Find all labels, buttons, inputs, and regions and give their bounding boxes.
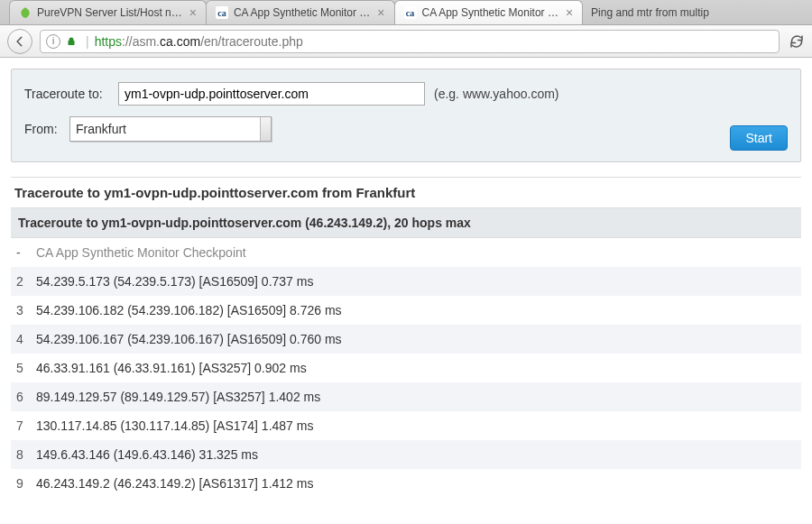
- results-panel: Traceroute to ym1-ovpn-udp.pointtoserver…: [11, 177, 801, 498]
- hop-index: 3: [16, 303, 36, 317]
- tab-title: CA App Synthetic Monitor …: [422, 6, 558, 19]
- browser-tabstrip: PureVPN Server List/Host n…×caCA App Syn…: [0, 0, 812, 25]
- url-text: https://asm.ca.com/en/traceroute.php: [95, 34, 303, 49]
- from-label: From:: [24, 122, 66, 136]
- hop-text: 46.243.149.2 (46.243.149.2) [AS61317] 1.…: [36, 476, 796, 491]
- close-icon[interactable]: ×: [566, 6, 573, 19]
- from-select[interactable]: Frankfurt: [69, 116, 272, 142]
- hop-row: 8149.6.43.146 (149.6.43.146) 31.325 ms: [11, 440, 801, 469]
- reload-button[interactable]: [789, 33, 805, 50]
- close-icon[interactable]: ×: [377, 6, 384, 19]
- ca-favicon-icon: ca: [216, 6, 228, 19]
- reload-icon: [789, 33, 805, 50]
- tab-title: Ping and mtr from multip: [591, 6, 709, 19]
- results-subtitle: Traceroute to ym1-ovpn-udp.pointtoserver…: [11, 207, 801, 238]
- url-bar[interactable]: i | https://asm.ca.com/en/traceroute.php: [40, 30, 780, 53]
- traceroute-target-input[interactable]: [118, 82, 425, 106]
- site-info-icon[interactable]: i: [46, 34, 60, 49]
- hop-text: 46.33.91.161 (46.33.91.161) [AS3257] 0.9…: [36, 361, 796, 375]
- start-button[interactable]: Start: [730, 125, 788, 151]
- hop-text: 130.117.14.85 (130.117.14.85) [AS174] 1.…: [36, 418, 796, 433]
- browser-tab[interactable]: caCA App Synthetic Monitor …×: [394, 0, 584, 24]
- ca-favicon-icon: ca: [404, 6, 417, 19]
- purevpn-favicon-icon: [19, 6, 32, 19]
- browser-tab[interactable]: PureVPN Server List/Host n…×: [9, 0, 207, 24]
- hop-index: 6: [16, 390, 36, 404]
- results-title: Traceroute to ym1-ovpn-udp.pointtoserver…: [11, 178, 801, 207]
- hop-text: 54.239.5.173 (54.239.5.173) [AS16509] 0.…: [36, 274, 796, 289]
- hop-row: 689.149.129.57 (89.149.129.57) [AS3257] …: [11, 382, 801, 411]
- browser-tab[interactable]: caCA App Synthetic Monitor …×: [206, 0, 395, 24]
- hop-row: 254.239.5.173 (54.239.5.173) [AS16509] 0…: [11, 267, 801, 296]
- hop-row: -CA App Synthetic Monitor Checkpoint: [11, 238, 801, 267]
- tab-title: PureVPN Server List/Host n…: [37, 6, 182, 19]
- back-button[interactable]: [7, 29, 32, 54]
- hop-index: 8: [16, 447, 36, 462]
- arrow-left-icon: [14, 35, 26, 48]
- hop-index: 4: [16, 332, 36, 346]
- hop-row: 946.243.149.2 (46.243.149.2) [AS61317] 1…: [11, 469, 801, 498]
- hop-row: 354.239.106.182 (54.239.106.182) [AS1650…: [11, 296, 801, 325]
- hop-text: 54.239.106.182 (54.239.106.182) [AS16509…: [36, 303, 796, 317]
- traceroute-form: Traceroute to: (e.g. www.yahoo.com) From…: [11, 69, 801, 162]
- hop-index: 5: [16, 361, 36, 375]
- traceroute-hint: (e.g. www.yahoo.com): [434, 87, 559, 101]
- hop-index: 2: [16, 274, 36, 289]
- chevron-down-icon: [260, 117, 271, 141]
- hop-row: 546.33.91.161 (46.33.91.161) [AS3257] 0.…: [11, 354, 801, 382]
- traceroute-to-label: Traceroute to:: [24, 87, 115, 101]
- hop-index: 9: [16, 476, 36, 491]
- tab-title: CA App Synthetic Monitor …: [234, 6, 370, 19]
- hop-index: -: [16, 245, 36, 260]
- hop-index: 7: [16, 418, 36, 433]
- browser-navbar: i | https://asm.ca.com/en/traceroute.php: [0, 25, 812, 58]
- hop-text: CA App Synthetic Monitor Checkpoint: [36, 245, 796, 260]
- hop-text: 54.239.106.167 (54.239.106.167) [AS16509…: [36, 332, 796, 346]
- close-icon[interactable]: ×: [189, 6, 197, 19]
- hop-row: 7130.117.14.85 (130.117.14.85) [AS174] 1…: [11, 411, 801, 440]
- hop-row: 454.239.106.167 (54.239.106.167) [AS1650…: [11, 325, 801, 354]
- browser-tab[interactable]: Ping and mtr from multip: [582, 0, 718, 24]
- hop-text: 149.6.43.146 (149.6.43.146) 31.325 ms: [36, 447, 796, 462]
- hop-text: 89.149.129.57 (89.149.129.57) [AS3257] 1…: [36, 390, 796, 404]
- lock-icon: [66, 36, 77, 47]
- page-content: Traceroute to: (e.g. www.yahoo.com) From…: [0, 58, 812, 509]
- from-select-value: Frankfurt: [76, 122, 126, 136]
